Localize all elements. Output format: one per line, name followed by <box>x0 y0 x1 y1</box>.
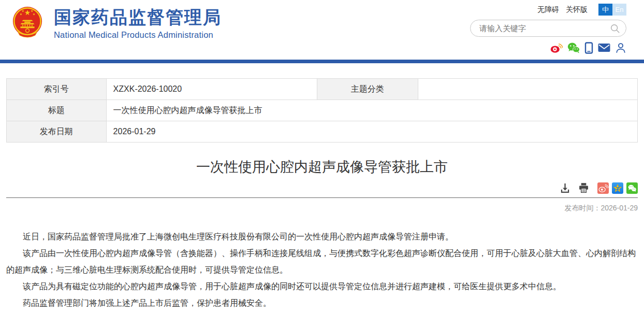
article-title: 一次性使用心腔内超声成像导管获批上市 <box>6 158 638 176</box>
language-toggle: 中 En <box>598 4 626 16</box>
mobile-icon[interactable] <box>584 42 593 54</box>
download-icon[interactable] <box>559 182 571 194</box>
title-label: 标题 <box>7 100 107 121</box>
social-icon-row <box>470 41 626 54</box>
share-wechat-icon[interactable] <box>626 182 638 194</box>
share-group <box>597 182 638 194</box>
header-divider-bar <box>0 60 644 63</box>
paragraph: 近日，国家药品监督管理局批准了上海微创电生理医疗科技股份有限公司的一次性使用心腔… <box>6 229 638 245</box>
mail-icon[interactable] <box>598 43 610 52</box>
header-right: 无障碍 关怀版 中 En <box>470 4 626 54</box>
lang-en-button[interactable]: En <box>612 4 626 16</box>
site-header: 国家药品监督管理局 National Medical Products Admi… <box>0 0 644 60</box>
table-row: 标题 一次性使用心腔内超声成像导管获批上市 <box>7 100 638 121</box>
search-box <box>470 20 626 37</box>
paragraph: 该产品为具有磁定位功能的心腔内超声成像导管，用于心脏超声成像的同时还可以提供导管… <box>6 278 638 295</box>
weibo-icon[interactable] <box>550 42 563 53</box>
paragraph: 该产品由一次性使用心腔内超声成像导管（含换能器）、操作手柄和连接尾线组成，与便携… <box>6 245 638 278</box>
lang-zh-button[interactable]: 中 <box>598 4 612 16</box>
index-label: 索引号 <box>7 79 107 100</box>
table-row: 发布日期 2026-01-29 <box>7 121 638 143</box>
top-links: 无障碍 关怀版 中 En <box>470 4 626 16</box>
topic-label: 主题分类 <box>317 79 418 100</box>
wechat-icon[interactable] <box>567 42 580 53</box>
document-info-table: 索引号 XZXK-2026-10020 主题分类 标题 一次性使用心腔内超声成像… <box>6 78 638 143</box>
article-toolbar <box>6 182 638 197</box>
home-logo-link[interactable]: 国家药品监督管理局 National Medical Products Admi… <box>11 5 222 42</box>
search-input[interactable] <box>478 23 609 33</box>
paragraph: 药品监督管理部门将加强上述产品上市后监管，保护患者用械安全。 <box>6 295 638 311</box>
publish-time: 发布时间：2026-01-29 <box>6 204 638 213</box>
site-title-block: 国家药品监督管理局 National Medical Products Admi… <box>54 8 222 40</box>
site-title-zh: 国家药品监督管理局 <box>54 8 222 27</box>
care-version-link[interactable]: 关怀版 <box>566 5 588 15</box>
search-icon[interactable] <box>609 23 621 34</box>
date-value: 2026-01-29 <box>106 121 637 143</box>
share-weibo-icon[interactable] <box>597 182 609 194</box>
share-qzone-icon[interactable] <box>612 182 623 194</box>
user-icon[interactable] <box>615 42 626 54</box>
accessibility-link[interactable]: 无障碍 <box>537 5 559 15</box>
article-body: 近日，国家药品监督管理局批准了上海微创电生理医疗科技股份有限公司的一次性使用心腔… <box>6 229 638 311</box>
main-content: 索引号 XZXK-2026-10020 主题分类 标题 一次性使用心腔内超声成像… <box>6 78 638 311</box>
index-value: XZXK-2026-10020 <box>106 79 317 100</box>
title-value: 一次性使用心腔内超声成像导管获批上市 <box>106 100 637 121</box>
site-title-en: National Medical Products Administration <box>54 30 222 40</box>
table-row: 索引号 XZXK-2026-10020 主题分类 <box>7 79 638 100</box>
print-icon[interactable] <box>578 182 590 194</box>
date-label: 发布日期 <box>7 121 107 143</box>
national-emblem-logo <box>11 5 43 42</box>
title-divider <box>6 197 638 198</box>
topic-value <box>418 79 637 100</box>
